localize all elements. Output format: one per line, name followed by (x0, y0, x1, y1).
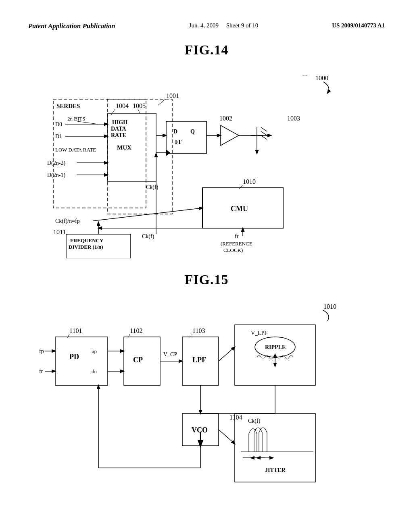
fig15-arrow-1010 (323, 310, 329, 321)
buffer-triangle (221, 125, 239, 145)
patent-number: US 2009/0140773 A1 (332, 22, 385, 29)
arrow-1000 (323, 82, 329, 93)
q-label: Q (190, 129, 195, 135)
ripple-label: RIPPLE (265, 344, 286, 350)
ff-clock-triangle (166, 150, 170, 156)
freq-div-label1: FREQUENCY (70, 237, 104, 243)
fig15-label-1010: 1010 (323, 303, 336, 310)
ff-label: FF (175, 139, 182, 145)
ckf-n-label: Ck(f)/n=fp (55, 218, 80, 224)
freq-div-label2: DIVIDER (1/n) (69, 244, 103, 250)
data-label: DATA (111, 126, 126, 132)
out-diag2 (261, 131, 267, 135)
sheet-info: Sheet 9 of 10 (226, 22, 259, 29)
line-1102 (128, 334, 130, 338)
jitter-wave1 (249, 429, 257, 452)
d2n2-label: D(2n-2) (47, 160, 65, 166)
label-1011: 1011 (53, 229, 66, 235)
label-1000-curve: ⌒ (302, 75, 308, 81)
ckf-label-fig15: Ck(f) (248, 418, 261, 424)
label-1010: 1010 (243, 178, 256, 185)
label-1103: 1103 (192, 327, 205, 334)
figure-14-diagram: 1000 ⌒ SERDES 1001 D0 2n BITS D1 (33, 65, 380, 260)
line-1004 (111, 109, 115, 115)
ref-clk-label2: CLOCK) (223, 247, 243, 253)
line-1101 (67, 334, 69, 338)
serdes-label: SERDES (56, 103, 80, 109)
line-1001 (158, 99, 165, 105)
jitter-wave2 (254, 428, 262, 452)
patent-page: Patent Application Publication Jun. 4, 2… (0, 0, 413, 532)
figure-15-title: FIG.15 (185, 272, 229, 287)
pd-label: PD (69, 353, 79, 361)
v-lpf-label: V_LPF (251, 330, 267, 336)
ckf-mux-label: Ck(f) (146, 184, 159, 191)
publication-info: Jun. 4, 2009 Sheet 9 of 10 (189, 22, 259, 29)
publication-title: Patent Application Publication (28, 22, 115, 30)
figure-14-container: FIG.14 1000 ⌒ SERDES 1001 D0 2n BITS (0, 42, 413, 260)
2nbits-label: 2n BITS (67, 116, 85, 122)
2nbits-line (77, 121, 98, 124)
high-rate-box (108, 99, 172, 214)
label-1101: 1101 (69, 327, 82, 334)
jitter-wave3 (259, 428, 267, 452)
fig14-svg: 1000 ⌒ SERDES 1001 D0 2n BITS D1 (33, 65, 380, 258)
jitter-label: JITTER (265, 467, 286, 473)
mux-label: MUX (117, 144, 131, 151)
d-label: D (173, 129, 177, 135)
ref-clk-label1: (REFERENCE (221, 241, 252, 247)
pd-box (55, 337, 108, 385)
out-diag1 (261, 127, 267, 131)
ckf-n-line (93, 208, 202, 221)
line-1103 (188, 334, 192, 338)
v-cp-label: V_CP (163, 351, 177, 357)
label-1001: 1001 (166, 92, 179, 99)
out-diag3 (261, 135, 267, 139)
label-1005: 1005 (133, 102, 146, 109)
cp-label: CP (133, 356, 143, 364)
low-data-label: LOW DATA RATE (55, 147, 96, 153)
label-1102: 1102 (130, 327, 142, 334)
up-label: up (92, 348, 97, 354)
fp-label: fp (39, 348, 44, 354)
figure-15-container: FIG.15 1010 1101 PD (0, 272, 413, 498)
figure-14-title: FIG.14 (185, 42, 229, 58)
label-1000: 1000 (315, 75, 328, 81)
fig15-svg: 1010 1101 PD fp fr up dn (33, 295, 380, 496)
fr-label-fig15: fr (39, 368, 43, 374)
ckf-bottom-label: Ck(f) (142, 233, 154, 240)
vco-to-ckf (219, 430, 235, 444)
lpf-label: LPF (192, 356, 206, 364)
d2n1-label: D(2n-1) (47, 172, 65, 179)
pub-date: Jun. 4, 2009 (189, 22, 219, 29)
fr-label: fr (235, 233, 239, 239)
label-1002: 1002 (219, 115, 232, 122)
figure-15-diagram: 1010 1101 PD fp fr up dn (33, 295, 380, 498)
d1-label: D1 (55, 133, 62, 139)
page-header: Patent Application Publication Jun. 4, 2… (0, 0, 413, 42)
line-1010-up (239, 185, 243, 189)
line-1005 (138, 109, 140, 113)
lpf-to-vlpf (219, 347, 235, 361)
dn-label: dn (92, 368, 97, 374)
cmu-label: CMU (231, 205, 248, 213)
rate-label: RATE (111, 132, 126, 138)
d0-label: D0 (55, 121, 62, 127)
high-label: HIGH (112, 119, 127, 125)
label-1004: 1004 (116, 102, 129, 109)
vco-label: VCO (192, 426, 208, 434)
label-1104: 1104 (229, 414, 242, 421)
label-1003: 1003 (287, 115, 300, 122)
